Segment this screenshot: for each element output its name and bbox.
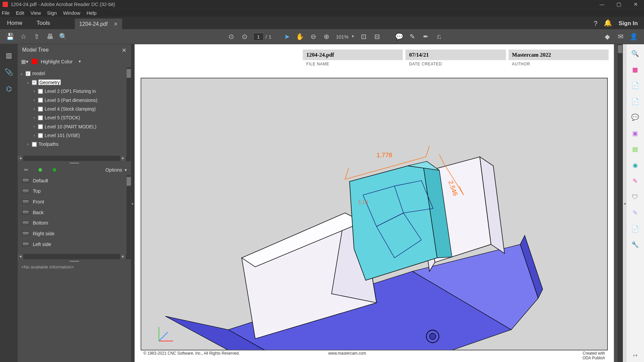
- panel-grip[interactable]: ▬▬▬: [18, 259, 131, 263]
- tree-node-level4[interactable]: ›Level 4 (Stock clamping): [18, 104, 131, 113]
- eraser-icon[interactable]: ◆: [601, 30, 613, 43]
- tab-close-icon[interactable]: ✕: [114, 21, 118, 27]
- menu-help[interactable]: Help: [87, 10, 97, 15]
- view-top[interactable]: Top: [18, 186, 131, 196]
- tool-send-icon[interactable]: 📄: [630, 224, 640, 234]
- page-sep: /: [266, 34, 267, 39]
- tool-more-icon[interactable]: 🔧: [630, 240, 640, 249]
- view-tool-icon[interactable]: ✂: [21, 166, 31, 174]
- view-bottom[interactable]: Bottom: [18, 218, 131, 228]
- tool-edit-icon[interactable]: 📄: [630, 80, 640, 90]
- highlight-color-label[interactable]: Highlight Color: [41, 59, 72, 64]
- view-default[interactable]: Default: [18, 175, 131, 186]
- record-button[interactable]: [50, 166, 59, 174]
- pdf-page[interactable]: 1204-24.pdf FILE NAME 07/14/21 DATE CREA…: [135, 44, 614, 362]
- document-area: 1204-24.pdf FILE NAME 07/14/21 DATE CREA…: [135, 44, 623, 362]
- page-down-icon[interactable]: ⊙: [238, 30, 251, 43]
- tool-compress-icon[interactable]: ◉: [630, 160, 640, 170]
- panel-grip[interactable]: ▬▬▬: [18, 161, 131, 165]
- options-dropdown[interactable]: Options ▼: [105, 167, 127, 173]
- collapse-tools-button[interactable]: ◂: [623, 44, 627, 362]
- info-panel: <No available information>: [18, 263, 131, 271]
- model-tree-icon[interactable]: ⌬: [4, 84, 14, 94]
- zoom-level-dropdown[interactable]: 101% ▼: [336, 34, 355, 39]
- mail-icon[interactable]: ✉: [614, 30, 627, 43]
- tree-node-model[interactable]: ⌄✓model: [18, 69, 131, 78]
- tool-combine-icon[interactable]: ▣: [630, 128, 640, 138]
- signin-button[interactable]: Sign In: [619, 20, 638, 26]
- display-mode-icon[interactable]: ▦▾: [21, 59, 28, 64]
- tabbar: Home Tools 1204-24.pdf ✕ ? 🔔 Sign In: [0, 17, 644, 29]
- menu-window[interactable]: Window: [63, 10, 80, 15]
- account-icon[interactable]: 👤: [628, 30, 640, 43]
- print-icon[interactable]: 🖶: [44, 30, 56, 43]
- dim-1: 1.778: [376, 152, 392, 159]
- tool-comment-icon[interactable]: 💬: [630, 112, 640, 122]
- expand-tools-icon[interactable]: ↦: [633, 353, 637, 358]
- document-header: 1204-24.pdf FILE NAME 07/14/21 DATE CREA…: [303, 50, 609, 69]
- tree-node-toolpaths[interactable]: ›Toolpaths: [18, 140, 131, 148]
- view-front[interactable]: Front: [18, 196, 131, 207]
- attachments-icon[interactable]: 📎: [4, 67, 14, 77]
- play-button[interactable]: [36, 166, 45, 174]
- save-icon[interactable]: 💾: [4, 30, 16, 43]
- thumbnails-icon[interactable]: ▥: [4, 50, 14, 60]
- tool-export-icon[interactable]: ▦: [630, 65, 640, 74]
- view-back[interactable]: Back: [18, 207, 131, 218]
- tool-fill-sign-icon[interactable]: ✎: [630, 208, 640, 218]
- star-icon[interactable]: ☆: [17, 30, 30, 43]
- comment-icon[interactable]: 💬: [393, 30, 406, 43]
- tree-node-level5[interactable]: ›Level 5 (STOCK): [18, 113, 131, 122]
- highlight-color-swatch[interactable]: [32, 59, 37, 64]
- tree-scrollbar[interactable]: [126, 67, 131, 156]
- tree-node-level101[interactable]: ›Level 101 (VISE): [18, 131, 131, 140]
- view-right[interactable]: Right side: [18, 228, 131, 239]
- created-with-1: Created with: [583, 351, 605, 356]
- view-left[interactable]: Left side: [18, 239, 131, 250]
- svg-line-15: [426, 145, 430, 157]
- tree-node-geometry[interactable]: ⌄✓Geometry: [18, 78, 131, 86]
- views-hscrollbar[interactable]: ◂▸: [18, 254, 131, 259]
- help-icon[interactable]: ?: [589, 19, 602, 26]
- menu-file[interactable]: File: [2, 10, 9, 15]
- left-nav-rail: ▥ 📎 ⌬: [0, 44, 18, 362]
- views-scrollbar[interactable]: [126, 175, 131, 254]
- tool-search-icon[interactable]: 🔍: [630, 49, 640, 58]
- panel-close-icon[interactable]: ✕: [122, 47, 127, 53]
- tool-create-icon[interactable]: 📄: [630, 97, 640, 106]
- menu-view[interactable]: View: [31, 10, 41, 15]
- cursor-icon[interactable]: ➤: [281, 30, 293, 43]
- zoom-in-icon[interactable]: ⊕: [320, 30, 333, 43]
- menu-sign[interactable]: Sign: [47, 10, 57, 15]
- hand-icon[interactable]: ✋: [294, 30, 306, 43]
- page-up-icon[interactable]: ⊙: [225, 30, 238, 43]
- highlight-icon[interactable]: ✎: [407, 30, 419, 43]
- 3d-viewport[interactable]: 1.778 2.546 3.13: [141, 78, 608, 350]
- fit-width-icon[interactable]: ⊡: [358, 30, 370, 43]
- tool-protect-icon[interactable]: 🛡: [630, 192, 640, 202]
- search-icon[interactable]: 🔍: [57, 30, 69, 43]
- menu-edit[interactable]: Edit: [16, 10, 24, 15]
- close-button[interactable]: ✕: [627, 0, 644, 9]
- upload-icon[interactable]: ⇧: [31, 30, 43, 43]
- fit-page-icon[interactable]: ⊟: [371, 30, 383, 43]
- collapse-panel-button[interactable]: ▸: [131, 44, 135, 362]
- tab-home[interactable]: Home: [0, 17, 30, 29]
- tree-node-level3[interactable]: ›Level 3 (Part dimensions): [18, 96, 131, 104]
- stamp-icon[interactable]: ⎌: [433, 30, 445, 43]
- notifications-icon[interactable]: 🔔: [602, 19, 614, 27]
- tree-node-level2[interactable]: ›Level 2 (OP1 Fixturing in: [18, 87, 131, 96]
- page-vscrollbar[interactable]: [618, 44, 623, 362]
- tool-redact-icon[interactable]: ✎: [630, 176, 640, 186]
- tree-node-level10[interactable]: ›Level 10 (PART MODEL): [18, 122, 131, 131]
- maximize-button[interactable]: ▢: [610, 0, 627, 9]
- tree-hscrollbar[interactable]: ◂▸: [18, 156, 131, 161]
- tool-organize-icon[interactable]: ▤: [630, 144, 640, 154]
- sign-icon[interactable]: ✒: [420, 30, 432, 43]
- tab-document[interactable]: 1204-24.pdf ✕: [75, 18, 122, 29]
- 3d-model-illustration: 1.778 2.546 3.13: [141, 78, 607, 350]
- tab-tools[interactable]: Tools: [30, 17, 57, 29]
- minimize-button[interactable]: —: [594, 0, 610, 9]
- zoom-out-icon[interactable]: ⊖: [307, 30, 320, 43]
- page-number-input[interactable]: [253, 33, 264, 41]
